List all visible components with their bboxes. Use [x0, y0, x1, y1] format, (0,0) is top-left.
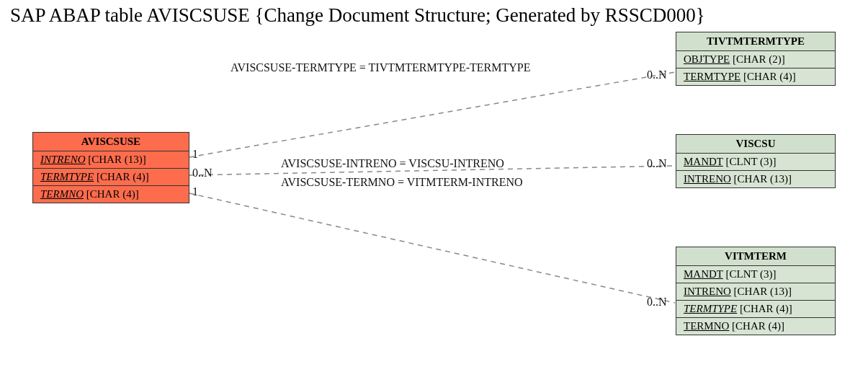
svg-line-2: [189, 193, 675, 303]
svg-line-0: [189, 72, 675, 157]
cardinality-left-1: 1: [192, 148, 198, 161]
entity-vitmterm-header: VITMTERM: [676, 247, 835, 266]
entity-viscsu-header: VISCSU: [676, 135, 835, 154]
cardinality-left-2: 0..N: [192, 167, 212, 180]
entity-tivtmtermtype-row-0: OBJTYPE [CHAR (2)]: [676, 51, 835, 68]
cardinality-right-3: 0..N: [647, 296, 667, 309]
entity-viscsu-row-1: INTRENO [CHAR (13)]: [676, 171, 835, 187]
entity-vitmterm-row-1: INTRENO [CHAR (13)]: [676, 283, 835, 301]
entity-aviscsuse-row-2: TERMNO [CHAR (4)]: [33, 186, 189, 203]
relation-label-2: AVISCSUSE-INTRENO = VISCSU-INTRENO: [281, 157, 504, 170]
relation-label-1: AVISCSUSE-TERMTYPE = TIVTMTERMTYPE-TERMT…: [231, 61, 530, 74]
page-title: SAP ABAP table AVISCSUSE {Change Documen…: [10, 4, 705, 27]
entity-tivtmtermtype-header: TIVTMTERMTYPE: [676, 32, 835, 51]
entity-aviscsuse: AVISCSUSE INTRENO [CHAR (13)] TERMTYPE […: [32, 132, 189, 203]
entity-viscsu-row-0: MANDT [CLNT (3)]: [676, 154, 835, 171]
entity-vitmterm-row-2: TERMTYPE [CHAR (4)]: [676, 301, 835, 318]
entity-aviscsuse-row-0: INTRENO [CHAR (13)]: [33, 151, 189, 169]
cardinality-right-2: 0..N: [647, 157, 667, 170]
entity-tivtmtermtype-row-1: TERMTYPE [CHAR (4)]: [676, 68, 835, 85]
entity-aviscsuse-row-1: TERMTYPE [CHAR (4)]: [33, 169, 189, 186]
entity-vitmterm: VITMTERM MANDT [CLNT (3)] INTRENO [CHAR …: [676, 247, 836, 335]
entity-viscsu: VISCSU MANDT [CLNT (3)] INTRENO [CHAR (1…: [676, 134, 836, 188]
cardinality-right-1: 0..N: [647, 68, 667, 81]
entity-aviscsuse-header: AVISCSUSE: [33, 133, 189, 151]
relation-label-3: AVISCSUSE-TERMNO = VITMTERM-INTRENO: [281, 176, 523, 189]
entity-tivtmtermtype: TIVTMTERMTYPE OBJTYPE [CHAR (2)] TERMTYP…: [676, 32, 836, 86]
entity-vitmterm-row-3: TERMNO [CHAR (4)]: [676, 318, 835, 335]
entity-vitmterm-row-0: MANDT [CLNT (3)]: [676, 266, 835, 283]
cardinality-left-3: 1: [192, 185, 198, 198]
